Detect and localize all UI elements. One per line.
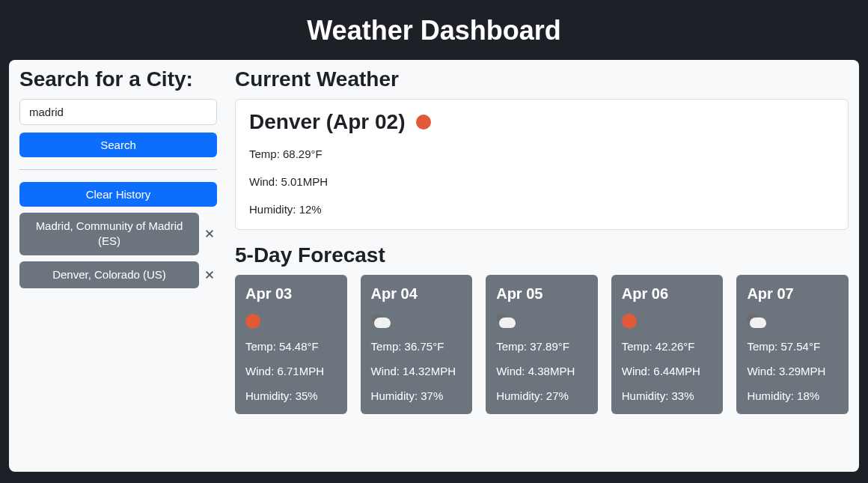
- forecast-humidity: Humidity: 35%: [245, 389, 337, 402]
- sidebar: Search for a City: Search Clear History …: [19, 67, 217, 460]
- main-panel: Search for a City: Search Clear History …: [9, 60, 859, 472]
- forecast-heading: 5-Day Forecast: [235, 243, 849, 267]
- close-icon[interactable]: [202, 226, 217, 241]
- content: Current Weather Denver (Apr 02) Temp: 68…: [235, 67, 849, 460]
- forecast-card: Apr 03 Temp: 54.48°F Wind: 6.71MPH Humid…: [235, 275, 347, 414]
- history-entry: Madrid, Community of Madrid (ES): [19, 213, 217, 255]
- forecast-card: Apr 04 Temp: 36.75°F Wind: 14.32MPH Humi…: [361, 275, 473, 414]
- forecast-wind: Wind: 6.44MPH: [622, 365, 713, 377]
- forecast-wind: Wind: 6.71MPH: [245, 365, 337, 377]
- forecast-temp: Temp: 57.54°F: [747, 340, 838, 353]
- forecast-date: Apr 07: [747, 285, 838, 303]
- divider: [19, 169, 217, 170]
- cloud-icon: [747, 313, 838, 329]
- forecast-humidity: Humidity: 27%: [496, 389, 587, 402]
- current-humidity: Humidity: 12%: [249, 203, 834, 216]
- current-weather-card: Denver (Apr 02) Temp: 68.29°F Wind: 5.01…: [235, 99, 849, 230]
- forecast-humidity: Humidity: 18%: [747, 389, 838, 402]
- close-icon[interactable]: [202, 267, 217, 282]
- current-temp: Temp: 68.29°F: [249, 148, 834, 160]
- app-header: Weather Dashboard: [0, 0, 868, 60]
- current-wind: Wind: 5.01MPH: [249, 175, 834, 188]
- forecast-wind: Wind: 14.32MPH: [371, 365, 462, 377]
- history-item[interactable]: Madrid, Community of Madrid (ES): [19, 213, 199, 255]
- current-city-date-text: Denver (Apr 02): [249, 110, 406, 134]
- forecast-temp: Temp: 37.89°F: [496, 340, 587, 353]
- forecast-wind: Wind: 4.38MPH: [496, 365, 587, 377]
- forecast-card: Apr 06 Temp: 42.26°F Wind: 6.44MPH Humid…: [611, 275, 724, 414]
- sun-icon: [416, 115, 431, 130]
- forecast-card: Apr 07 Temp: 57.54°F Wind: 3.29MPH Humid…: [736, 275, 849, 414]
- cloud-icon: [371, 313, 462, 329]
- forecast-date: Apr 05: [496, 285, 587, 303]
- forecast-date: Apr 03: [245, 285, 337, 303]
- search-input[interactable]: [19, 99, 217, 125]
- history-item[interactable]: Denver, Colorado (US): [19, 261, 199, 288]
- current-weather-heading: Current Weather: [235, 67, 849, 91]
- cloud-icon: [496, 313, 587, 329]
- search-button[interactable]: Search: [19, 133, 217, 157]
- sun-icon: [245, 313, 337, 329]
- forecast-temp: Temp: 36.75°F: [371, 340, 462, 353]
- forecast-row: Apr 03 Temp: 54.48°F Wind: 6.71MPH Humid…: [235, 275, 849, 414]
- app-title: Weather Dashboard: [0, 15, 868, 46]
- forecast-wind: Wind: 3.29MPH: [747, 365, 838, 377]
- forecast-humidity: Humidity: 37%: [371, 389, 462, 402]
- search-heading: Search for a City:: [19, 67, 217, 91]
- forecast-date: Apr 04: [371, 285, 462, 303]
- history-entry: Denver, Colorado (US): [19, 261, 217, 288]
- clear-history-button[interactable]: Clear History: [19, 182, 217, 207]
- forecast-card: Apr 05 Temp: 37.89°F Wind: 4.38MPH Humid…: [486, 275, 598, 414]
- forecast-temp: Temp: 54.48°F: [245, 340, 337, 353]
- sun-icon: [622, 313, 713, 329]
- current-city-date: Denver (Apr 02): [249, 110, 834, 134]
- forecast-temp: Temp: 42.26°F: [622, 340, 713, 353]
- forecast-date: Apr 06: [622, 285, 713, 303]
- forecast-humidity: Humidity: 33%: [622, 389, 713, 402]
